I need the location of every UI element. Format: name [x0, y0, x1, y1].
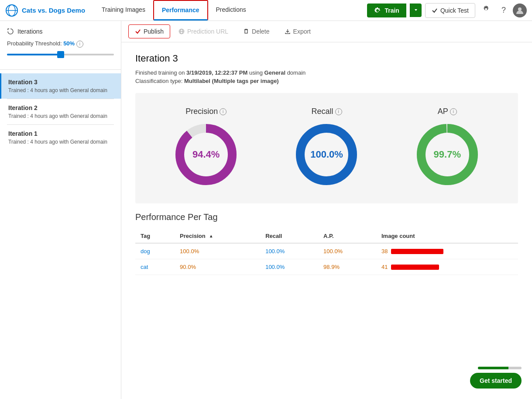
precision-value: 94.4% — [192, 149, 220, 160]
row-cat-precision: 90.0% — [175, 259, 260, 275]
row-dog-ap: 100.0% — [318, 243, 376, 259]
row-cat-ap: 98.9% — [318, 259, 376, 275]
trash-icon — [243, 28, 249, 34]
probability-label: Probability Threshold: 50% i — [7, 40, 114, 48]
train-button-label: Train — [384, 7, 399, 14]
recall-label: Recall i — [311, 107, 342, 116]
cat-bar-container: 41 — [381, 264, 513, 270]
publish-button[interactable]: Publish — [128, 24, 170, 38]
row-dog-tag[interactable]: dog — [135, 243, 175, 259]
gear-icon — [374, 7, 381, 14]
row-cat-image-count: 41 — [376, 259, 518, 275]
classification-type: Multilabel (Multiple tags per image) — [184, 78, 279, 84]
ap-donut: 99.7% — [412, 120, 482, 189]
delete-button[interactable]: Delete — [237, 24, 276, 38]
performance-per-tag-title: Performance Per Tag — [135, 212, 518, 222]
get-started-progress-fill — [478, 367, 508, 369]
content-body: Iteration 3 Finished training on 3/19/20… — [121, 42, 532, 285]
probability-threshold-section: Probability Threshold: 50% i — [0, 40, 121, 66]
probability-slider[interactable] — [7, 50, 114, 59]
svg-point-3 — [518, 7, 522, 11]
sidebar-iterations-label: Iterations — [17, 28, 43, 35]
precision-label: Precision i — [185, 107, 227, 116]
slider-thumb[interactable] — [57, 51, 64, 58]
tab-training-images[interactable]: Training Images — [94, 0, 153, 21]
dog-bar — [391, 249, 443, 254]
prediction-url-label: Prediction URL — [187, 28, 228, 35]
iteration2-detail: Trained : 4 hours ago with General domai… — [8, 113, 114, 119]
tab-predictions[interactable]: Predictions — [208, 0, 254, 21]
iteration2-name: Iteration 2 — [8, 104, 114, 111]
export-button[interactable]: Export — [278, 24, 317, 38]
help-icon-button[interactable]: ? — [498, 4, 509, 17]
table-body: dog 100.0% 100.0% 100.0% — [135, 243, 518, 275]
settings-icon-button[interactable] — [479, 3, 494, 17]
col-header-recall: Recall — [260, 229, 318, 243]
train-dropdown-button[interactable] — [410, 3, 422, 17]
sidebar-header: Iterations — [0, 28, 121, 40]
tab-performance[interactable]: Performance — [153, 0, 208, 21]
prediction-url-button[interactable]: Prediction URL — [172, 24, 235, 38]
recall-value: 100.0% — [310, 149, 343, 160]
main-content: Publish Prediction URL Delete — [121, 21, 532, 399]
table-header-row: Tag Precision ▲ Recall — [135, 229, 518, 243]
get-started-button[interactable]: Get started — [470, 373, 522, 389]
col-header-precision[interactable]: Precision ▲ — [175, 229, 260, 243]
app-logo-icon — [5, 4, 18, 17]
iteration-title: Iteration 3 — [135, 53, 518, 64]
ap-value: 99.7% — [434, 149, 461, 160]
row-dog-precision: 100.0% — [175, 243, 260, 259]
classification-type-info: Classification type: Multilabel (Multipl… — [135, 78, 518, 84]
sidebar-divider — [0, 69, 121, 70]
sidebar-item-iteration1[interactable]: Iteration 1 Trained : 4 hours ago with G… — [0, 125, 121, 150]
train-button[interactable]: Train — [367, 3, 406, 17]
cat-tag-link[interactable]: cat — [141, 264, 148, 270]
sidebar: Iterations Probability Threshold: 50% i … — [0, 21, 121, 399]
ap-info-icon[interactable]: i — [450, 108, 457, 115]
col-header-image-count: Image count — [376, 229, 518, 243]
get-started-area: Get started — [470, 367, 522, 389]
table-header: Tag Precision ▲ Recall — [135, 229, 518, 243]
nav-right-actions: Train Quick Test ? — [367, 3, 527, 18]
sidebar-item-iteration2[interactable]: Iteration 2 Trained : 4 hours ago with G… — [0, 99, 121, 124]
row-dog-image-count: 38 — [376, 243, 518, 259]
person-icon — [515, 6, 524, 15]
col-header-tag: Tag — [135, 229, 175, 243]
user-avatar[interactable] — [513, 3, 527, 17]
slider-fill — [7, 54, 61, 55]
row-cat-tag[interactable]: cat — [135, 259, 175, 275]
dog-tag-link[interactable]: dog — [141, 248, 150, 255]
cat-bar — [391, 265, 439, 270]
dog-bar-container: 38 — [381, 248, 513, 255]
question-icon: ? — [501, 6, 506, 14]
settings-icon — [482, 5, 491, 14]
iterations-icon — [7, 28, 14, 35]
probability-value: 50% — [63, 40, 75, 47]
content-toolbar: Publish Prediction URL Delete — [121, 21, 532, 42]
export-icon — [285, 28, 291, 34]
recall-metric: Recall i 100.0% — [292, 107, 361, 189]
table-row: cat 90.0% 100.0% 98.9% — [135, 259, 518, 275]
recall-info-icon[interactable]: i — [335, 108, 342, 115]
iteration1-detail: Trained : 4 hours ago with General domai… — [8, 139, 114, 145]
training-date: 3/19/2019, 12:22:37 PM — [186, 69, 247, 76]
globe-icon — [178, 28, 185, 34]
ap-metric: AP i 99.7% — [412, 107, 482, 189]
get-started-progress-bar — [478, 367, 522, 369]
export-label: Export — [293, 28, 311, 35]
checkmark-icon — [432, 7, 438, 14]
precision-donut: 94.4% — [171, 120, 241, 189]
publish-label: Publish — [144, 28, 164, 35]
quick-test-button[interactable]: Quick Test — [425, 3, 475, 18]
probability-info-icon[interactable]: i — [76, 41, 83, 48]
domain-label: General — [264, 69, 285, 76]
iteration3-name: Iteration 3 — [8, 79, 114, 86]
training-info-date: Finished training on 3/19/2019, 12:22:37… — [135, 69, 518, 76]
top-navigation: Cats vs. Dogs Demo Training Images Perfo… — [0, 0, 532, 21]
recall-donut: 100.0% — [292, 120, 361, 189]
chevron-down-icon — [414, 8, 418, 12]
main-layout: Iterations Probability Threshold: 50% i … — [0, 21, 532, 399]
delete-label: Delete — [252, 28, 269, 35]
sidebar-item-iteration3[interactable]: Iteration 3 Trained : 4 hours ago with G… — [0, 73, 121, 99]
precision-info-icon[interactable]: i — [220, 108, 227, 115]
